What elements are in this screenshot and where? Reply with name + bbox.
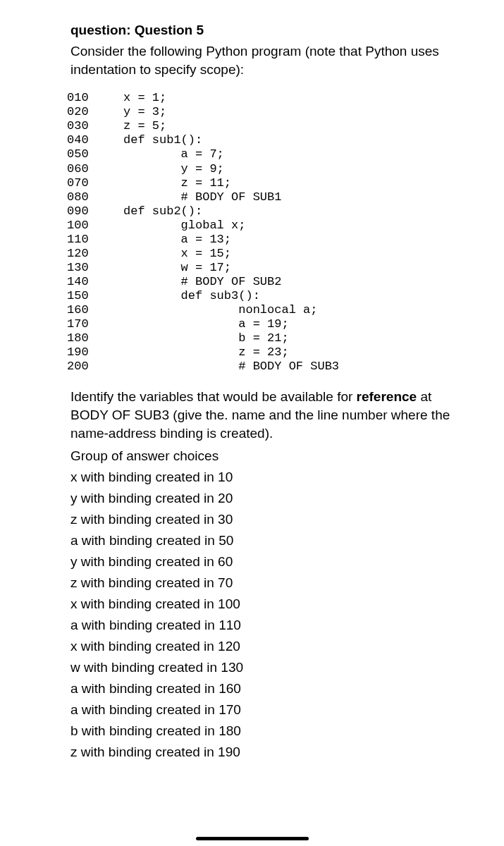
code-text: global x;: [123, 219, 245, 232]
answer-choice[interactable]: z with binding created in 70: [70, 572, 469, 594]
code-line: 110 a = 13;: [67, 233, 469, 247]
code-text: z = 23;: [123, 345, 289, 359]
answer-choice[interactable]: z with binding created in 30: [70, 509, 469, 530]
code-text: nonlocal a;: [123, 303, 317, 317]
answer-choice[interactable]: x with binding created in 100: [70, 594, 469, 615]
line-number: 160: [67, 303, 123, 317]
code-line: 070 z = 11;: [67, 176, 469, 190]
code-line: 090def sub2():: [67, 204, 469, 219]
code-block: 010x = 1;020y = 3;030z = 5;040def sub1()…: [67, 91, 469, 374]
line-number: 150: [67, 289, 123, 303]
answer-choice[interactable]: y with binding created in 20: [70, 488, 469, 509]
line-number: 130: [67, 261, 123, 275]
line-number: 100: [67, 219, 123, 233]
code-text: x = 1;: [123, 91, 166, 104]
line-number: 020: [67, 105, 123, 119]
code-text: w = 17;: [123, 261, 231, 274]
code-text: x = 15;: [123, 247, 231, 260]
code-line: 010x = 1;: [67, 91, 469, 105]
choices-heading: Group of answer choices: [70, 446, 469, 467]
answer-choice[interactable]: z with binding created in 190: [70, 742, 469, 763]
code-text: a = 19;: [123, 317, 289, 331]
code-line: 030z = 5;: [67, 119, 469, 133]
answer-choice[interactable]: y with binding created in 60: [70, 551, 469, 572]
answer-choice[interactable]: a with binding created in 160: [70, 678, 469, 699]
answer-choice[interactable]: b with binding created in 180: [70, 721, 469, 742]
choices-list: x with binding created in 10y with bindi…: [70, 467, 469, 763]
line-number: 040: [67, 133, 123, 147]
code-text: y = 9;: [123, 162, 224, 176]
question-title: Question 5: [135, 23, 204, 37]
line-number: 120: [67, 247, 123, 261]
line-number: 010: [67, 91, 123, 105]
code-line: 040def sub1():: [67, 133, 469, 147]
code-line: 100 global x;: [67, 219, 469, 233]
code-text: # BODY OF SUB3: [123, 360, 339, 373]
answer-choice[interactable]: a with binding created in 50: [70, 530, 469, 551]
code-text: # BODY OF SUB1: [123, 190, 281, 204]
question-prompt: Identify the variables that would be ava…: [70, 388, 469, 442]
code-line: 200 # BODY OF SUB3: [67, 360, 469, 374]
answer-choice[interactable]: x with binding created in 10: [70, 467, 469, 488]
code-text: def sub2():: [123, 204, 202, 218]
question-label: question:: [70, 23, 131, 37]
line-number: 070: [67, 176, 123, 190]
question-content: question: Question 5 Consider the follow…: [0, 23, 504, 763]
code-text: b = 21;: [123, 331, 289, 345]
code-line: 150 def sub3():: [67, 289, 469, 303]
code-text: # BODY OF SUB2: [123, 275, 281, 288]
question-header: question: Question 5: [70, 23, 469, 38]
code-text: a = 7;: [123, 147, 224, 161]
line-number: 090: [67, 204, 123, 219]
code-text: a = 13;: [123, 233, 231, 246]
line-number: 140: [67, 275, 123, 289]
answer-choice[interactable]: a with binding created in 110: [70, 615, 469, 636]
code-text: z = 5;: [123, 119, 166, 133]
code-line: 170 a = 19;: [67, 317, 469, 331]
code-line: 120 x = 15;: [67, 247, 469, 261]
answer-choice[interactable]: w with binding created in 130: [70, 657, 469, 678]
code-text: def sub1():: [123, 133, 202, 147]
line-number: 050: [67, 147, 123, 161]
code-line: 130 w = 17;: [67, 261, 469, 275]
code-text: def sub3():: [123, 289, 260, 302]
prompt-bold: reference: [357, 389, 417, 404]
code-text: z = 11;: [123, 176, 231, 190]
code-line: 180 b = 21;: [67, 331, 469, 345]
code-line: 190 z = 23;: [67, 345, 469, 360]
line-number: 030: [67, 119, 123, 133]
answer-choice[interactable]: x with binding created in 120: [70, 636, 469, 657]
code-line: 050 a = 7;: [67, 147, 469, 161]
line-number: 110: [67, 233, 123, 247]
code-line: 020y = 3;: [67, 105, 469, 119]
code-text: y = 3;: [123, 105, 166, 118]
line-number: 200: [67, 360, 123, 374]
question-intro: Consider the following Python program (n…: [70, 42, 469, 78]
code-line: 060 y = 9;: [67, 162, 469, 176]
line-number: 180: [67, 331, 123, 345]
line-number: 170: [67, 317, 123, 331]
code-line: 160 nonlocal a;: [67, 303, 469, 317]
line-number: 080: [67, 190, 123, 204]
code-line: 140 # BODY OF SUB2: [67, 275, 469, 289]
line-number: 190: [67, 345, 123, 360]
answer-choice[interactable]: a with binding created in 170: [70, 699, 469, 721]
home-indicator: [196, 837, 309, 840]
line-number: 060: [67, 162, 123, 176]
prompt-part-1: Identify the variables that would be ava…: [70, 389, 357, 404]
code-line: 080 # BODY OF SUB1: [67, 190, 469, 204]
